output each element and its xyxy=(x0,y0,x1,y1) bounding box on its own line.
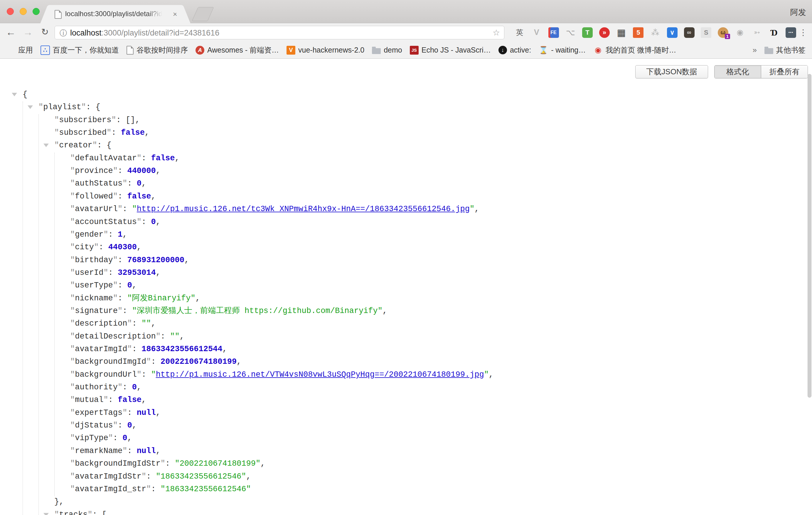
json-row: "expertTags": null, xyxy=(70,407,161,419)
json-row: "avatarImgId_str": "18633423556612546" xyxy=(70,483,251,496)
json-url-link[interactable]: http://p1.music.126.net/VTW4vsN08vwL3uSQ… xyxy=(156,370,484,379)
browser-tab[interactable]: localhost:3000/playlist/detail?id=243816… xyxy=(49,5,181,23)
json-row: "userType": 0, xyxy=(70,279,137,292)
collapse-toggle-icon[interactable] xyxy=(28,106,33,109)
json-row: "followed": false, xyxy=(70,190,156,203)
json-row: "remarkName": null, xyxy=(70,445,161,457)
json-row: "subscribers": [], xyxy=(54,114,140,126)
collapse-toggle-icon[interactable] xyxy=(12,93,17,96)
collapse-toggle-icon[interactable] xyxy=(44,144,49,147)
json-row: "backgroundUrl": "http://p1.music.126.ne… xyxy=(70,369,493,381)
json-row: "signature": "深圳市爱猫人士，前端工程师 https://gith… xyxy=(70,305,387,317)
json-row: "creator": { xyxy=(54,139,111,152)
indent-guide xyxy=(54,153,55,496)
tab-close-icon[interactable]: × xyxy=(173,9,177,19)
json-row: "vipType": 0, xyxy=(70,432,132,445)
json-row: "tracks": [ xyxy=(54,509,107,515)
json-row: "birthday": 768931200000, xyxy=(70,254,189,266)
json-row: "detailDescription": "", xyxy=(70,330,184,343)
json-row: "backgroundImgIdStr": "2002210674180199"… xyxy=(70,457,265,470)
tab-title: localhost:3000/playlist/detail?id=243816… xyxy=(65,10,162,19)
json-row: "subscribed": false, xyxy=(54,126,149,139)
json-row: "nickname": "阿发Binaryify", xyxy=(70,292,200,305)
page-scrollbar[interactable] xyxy=(808,74,811,398)
json-row: "djStatus": 0, xyxy=(70,419,137,432)
json-row: "city": 440300, xyxy=(70,241,142,254)
json-tree-view: {"playlist": {"subscribers": [],"subscri… xyxy=(0,0,812,456)
json-row: "mutual": false, xyxy=(70,394,146,406)
json-row: "description": "", xyxy=(70,317,156,330)
json-row: { xyxy=(23,88,27,101)
json-row: "authStatus": 0, xyxy=(70,177,146,190)
json-row: "province": 440000, xyxy=(70,165,161,177)
json-row: "avatarImgIdStr": "18633423556612546", xyxy=(70,470,251,483)
json-row: }, xyxy=(54,496,64,508)
json-row: "avatarImgId": 18633423556612544, xyxy=(70,343,227,355)
json-row: "userId": 32953014, xyxy=(70,266,161,279)
json-row: "playlist": { xyxy=(38,101,100,114)
json-row: "authority": 0, xyxy=(70,381,142,394)
json-row: "backgroundImgId": 2002210674180199, xyxy=(70,355,241,368)
json-row: "gender": 1, xyxy=(70,228,127,241)
json-url-link[interactable]: http://p1.music.126.net/tc3Wk_XNPmwiR4hx… xyxy=(137,205,470,213)
indent-guide xyxy=(23,102,23,515)
json-row: "defaultAvatar": false, xyxy=(70,152,180,165)
page-favicon-icon xyxy=(55,10,62,19)
json-row: "accountStatus": 0, xyxy=(70,216,161,228)
collapse-toggle-icon[interactable] xyxy=(44,513,49,515)
json-row: "avatarUrl": "http://p1.music.126.net/tc… xyxy=(70,203,479,216)
indent-guide xyxy=(38,114,39,515)
